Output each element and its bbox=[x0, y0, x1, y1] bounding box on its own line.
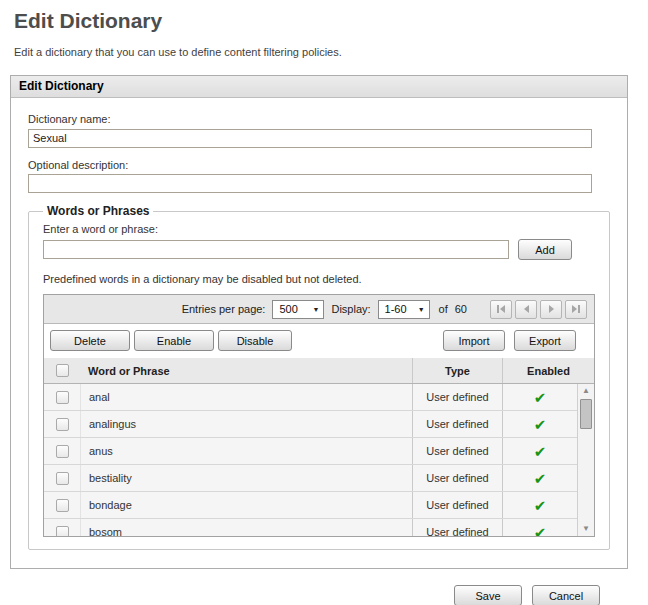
enable-button[interactable]: Enable bbox=[134, 330, 214, 351]
enabled-check-icon: ✔ bbox=[534, 471, 547, 486]
type-cell: User defined bbox=[412, 492, 502, 518]
table-row: anal User defined ✔ bbox=[44, 384, 577, 411]
row-checkbox[interactable] bbox=[56, 418, 69, 431]
type-cell: User defined bbox=[412, 519, 502, 536]
select-all-checkbox[interactable] bbox=[56, 364, 69, 377]
display-range-value: 1-60 bbox=[385, 303, 407, 315]
chevron-down-icon: ▼ bbox=[418, 306, 425, 313]
word-cell: bosom bbox=[80, 519, 412, 536]
add-button[interactable]: Add bbox=[518, 239, 572, 260]
table-header-row: Word or Phrase Type Enabled bbox=[44, 358, 594, 384]
vertical-scrollbar[interactable]: ▲ ▼ bbox=[577, 384, 594, 536]
type-cell: User defined bbox=[412, 465, 502, 491]
word-cell: bondage bbox=[80, 492, 412, 518]
previous-page-button[interactable] bbox=[515, 300, 537, 319]
enabled-check-icon: ✔ bbox=[534, 525, 547, 537]
footer-actions: Save Cancel bbox=[0, 585, 600, 605]
words-or-phrases-legend: Words or Phrases bbox=[43, 204, 153, 218]
row-checkbox[interactable] bbox=[56, 526, 69, 537]
type-cell: User defined bbox=[412, 384, 502, 410]
dictionary-name-label: Dictionary name: bbox=[28, 113, 610, 125]
table-row: analingus User defined ✔ bbox=[44, 411, 577, 438]
enabled-check-icon: ✔ bbox=[534, 417, 547, 432]
of-label: of bbox=[439, 303, 448, 315]
scroll-down-icon[interactable]: ▼ bbox=[578, 522, 594, 536]
chevron-down-icon: ▼ bbox=[313, 306, 320, 313]
dictionary-name-input[interactable] bbox=[28, 129, 592, 148]
words-table-container: Entries per page: 500 ▼ Display: 1-60 ▼ … bbox=[43, 294, 595, 537]
column-header-word: Word or Phrase bbox=[80, 358, 412, 383]
next-page-button[interactable] bbox=[540, 300, 562, 319]
word-cell: anal bbox=[80, 384, 412, 410]
total-entries: 60 bbox=[455, 303, 467, 315]
export-button[interactable]: Export bbox=[514, 330, 576, 351]
panel-body: Dictionary name: Optional description: W… bbox=[11, 98, 627, 568]
edit-dictionary-panel: Edit Dictionary Dictionary name: Optiona… bbox=[10, 75, 628, 569]
entries-per-page-value: 500 bbox=[279, 303, 297, 315]
word-cell: analingus bbox=[80, 411, 412, 437]
entries-per-page-label: Entries per page: bbox=[182, 303, 266, 315]
table-body-viewport: anal User defined ✔ analingus User defin… bbox=[44, 384, 594, 536]
enter-word-label: Enter a word or phrase: bbox=[43, 223, 595, 235]
table-rows: anal User defined ✔ analingus User defin… bbox=[44, 384, 594, 536]
first-page-button[interactable] bbox=[490, 300, 512, 319]
row-checkbox[interactable] bbox=[56, 391, 69, 404]
panel-header: Edit Dictionary bbox=[11, 76, 627, 98]
enabled-check-icon: ✔ bbox=[534, 444, 547, 459]
type-cell: User defined bbox=[412, 411, 502, 437]
words-or-phrases-fieldset: Words or Phrases Enter a word or phrase:… bbox=[28, 204, 610, 550]
save-button[interactable]: Save bbox=[454, 585, 522, 605]
delete-button[interactable]: Delete bbox=[50, 330, 130, 351]
first-page-icon bbox=[497, 305, 499, 313]
predefined-note: Predefined words in a dictionary may be … bbox=[43, 273, 595, 285]
table-toolbar: Delete Enable Disable Import Export bbox=[44, 324, 594, 358]
scrollbar-thumb[interactable] bbox=[580, 399, 592, 429]
row-checkbox[interactable] bbox=[56, 499, 69, 512]
word-phrase-input[interactable] bbox=[43, 240, 509, 259]
enabled-check-icon: ✔ bbox=[534, 390, 547, 405]
row-checkbox[interactable] bbox=[56, 472, 69, 485]
import-button[interactable]: Import bbox=[443, 330, 505, 351]
entries-per-page-select[interactable]: 500 ▼ bbox=[272, 300, 324, 319]
column-header-type: Type bbox=[412, 358, 502, 383]
table-row: bestiality User defined ✔ bbox=[44, 465, 577, 492]
pagination-bar: Entries per page: 500 ▼ Display: 1-60 ▼ … bbox=[44, 295, 594, 324]
display-label: Display: bbox=[331, 303, 370, 315]
next-page-icon bbox=[549, 305, 554, 313]
column-header-enabled: Enabled bbox=[502, 358, 594, 383]
word-cell: anus bbox=[80, 438, 412, 464]
table-row: bondage User defined ✔ bbox=[44, 492, 577, 519]
cancel-button[interactable]: Cancel bbox=[532, 585, 600, 605]
page-subtitle: Edit a dictionary that you can use to de… bbox=[0, 33, 648, 58]
page-nav-group bbox=[490, 300, 587, 319]
type-cell: User defined bbox=[412, 438, 502, 464]
disable-button[interactable]: Disable bbox=[218, 330, 292, 351]
page-title: Edit Dictionary bbox=[0, 0, 648, 33]
row-checkbox[interactable] bbox=[56, 445, 69, 458]
display-range-select[interactable]: 1-60 ▼ bbox=[378, 300, 430, 319]
last-page-icon bbox=[572, 305, 577, 313]
last-page-button[interactable] bbox=[565, 300, 587, 319]
table-row: anus User defined ✔ bbox=[44, 438, 577, 465]
table-row: bosom User defined ✔ bbox=[44, 519, 577, 536]
description-label: Optional description: bbox=[28, 159, 610, 171]
enabled-check-icon: ✔ bbox=[534, 498, 547, 513]
scroll-up-icon[interactable]: ▲ bbox=[578, 384, 594, 398]
description-input[interactable] bbox=[28, 174, 592, 193]
previous-page-icon bbox=[524, 305, 529, 313]
word-cell: bestiality bbox=[80, 465, 412, 491]
